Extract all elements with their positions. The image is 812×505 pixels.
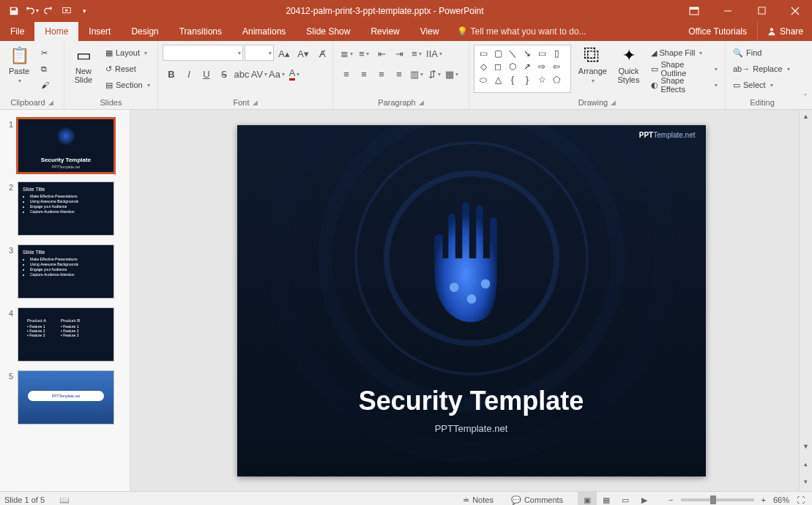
slide-thumbnail[interactable]: Product A• Feature 1• Feature 2• Feature…: [18, 307, 114, 362]
align-left-button[interactable]: ≡: [338, 65, 355, 83]
slide-title-text: Security Template: [237, 386, 706, 416]
font-family-combo[interactable]: ▾: [163, 45, 243, 61]
font-size-combo[interactable]: ▾: [245, 45, 274, 61]
vertical-scrollbar[interactable]: ▲ ▼ ▴ ▾: [799, 110, 812, 491]
justify-button[interactable]: ≡: [390, 65, 408, 83]
slide-watermark: PPTTemplate.net: [639, 131, 696, 139]
text-direction-button[interactable]: IIA▾: [425, 45, 443, 62]
zoom-out-button[interactable]: −: [666, 495, 676, 504]
zoom-in-button[interactable]: +: [759, 495, 769, 504]
increase-indent-button[interactable]: ⇥: [390, 45, 408, 62]
change-case-button[interactable]: Aa▾: [268, 65, 286, 83]
save-button[interactable]: [6, 3, 22, 19]
design-tab[interactable]: Design: [121, 22, 168, 41]
slideshow-tab[interactable]: Slide Show: [296, 22, 360, 41]
italic-button[interactable]: I: [180, 65, 198, 83]
drawing-launcher[interactable]: ◢: [611, 99, 616, 106]
bold-button[interactable]: B: [163, 65, 180, 83]
font-launcher[interactable]: ◢: [253, 99, 258, 106]
qat-customize-button[interactable]: ▾: [76, 3, 92, 19]
title-bar: ▾ ▾ 20412-palm-print-3-ppt-template.pptx…: [0, 0, 812, 21]
share-button[interactable]: Share: [757, 22, 812, 41]
file-tab[interactable]: File: [0, 22, 34, 41]
drawing-group-label: Drawing: [578, 98, 608, 107]
clipboard-group-label: Clipboard: [10, 98, 45, 107]
decrease-font-button[interactable]: A▾: [294, 45, 312, 62]
decrease-indent-button[interactable]: ⇤: [373, 45, 390, 62]
bullets-button[interactable]: ≣▾: [338, 45, 355, 62]
redo-button[interactable]: [41, 3, 57, 19]
section-button[interactable]: ▤ Section▾: [103, 77, 153, 93]
increase-font-button[interactable]: A▴: [275, 45, 293, 62]
reset-button[interactable]: ↺ Reset: [103, 61, 153, 77]
layout-button[interactable]: ▦ Layout▾: [103, 45, 153, 61]
columns-button[interactable]: ▥▾: [408, 65, 425, 83]
normal-view-button[interactable]: ▣: [578, 492, 597, 506]
quick-styles-button[interactable]: ✦Quick Styles: [614, 45, 644, 86]
fit-to-window-button[interactable]: ⛶: [794, 495, 808, 504]
slide-thumbnails-panel[interactable]: 1Security TemplatePPTTemplate.net2Slide …: [0, 110, 130, 491]
underline-button[interactable]: U: [198, 65, 215, 83]
slide-thumbnail[interactable]: Slide TitleMake Effective PresentationsU…: [18, 182, 114, 236]
insert-tab[interactable]: Insert: [78, 22, 121, 41]
shapes-gallery[interactable]: ▭▢＼↘▭▯ ◇◻⬡↗⇨⇦ ⬭△{}☆⬠: [474, 45, 571, 93]
shape-fill-button[interactable]: ◢ Shape Fill▾: [648, 45, 721, 61]
undo-button[interactable]: ▾: [23, 3, 40, 19]
prev-slide-button[interactable]: ▴: [802, 457, 809, 471]
shape-outline-button[interactable]: ▭ Shape Outline▾: [648, 61, 721, 77]
next-slide-button[interactable]: ▾: [802, 475, 809, 488]
scroll-down-button[interactable]: ▼: [802, 440, 809, 453]
shadow-button[interactable]: abc: [233, 65, 250, 83]
slide-thumbnail[interactable]: Slide TitleMake Effective PresentationsU…: [18, 244, 114, 299]
align-text-button[interactable]: ⇵▾: [425, 65, 443, 83]
view-tab[interactable]: View: [410, 22, 450, 41]
replace-button[interactable]: ab→ Replace▾: [730, 61, 793, 77]
font-color-button[interactable]: A▾: [286, 65, 303, 83]
notes-button[interactable]: ≐ Notes: [460, 492, 496, 505]
find-button[interactable]: 🔍 Find: [730, 45, 793, 61]
minimize-button[interactable]: [711, 0, 745, 21]
line-spacing-button[interactable]: ≡▾: [408, 45, 425, 62]
clipboard-launcher[interactable]: ◢: [48, 99, 53, 106]
start-from-beginning-button[interactable]: [59, 3, 75, 19]
scroll-up-button[interactable]: ▲: [800, 110, 812, 123]
current-slide[interactable]: PPTTemplate.net Security Template PPTTem…: [237, 125, 706, 476]
tell-me-search[interactable]: 💡 Tell me what you want to do...: [450, 22, 594, 41]
strikethrough-button[interactable]: S̶: [215, 65, 233, 83]
align-center-button[interactable]: ≡: [355, 65, 373, 83]
copy-button[interactable]: ⧉: [38, 61, 52, 77]
reading-view-button[interactable]: ▭: [616, 492, 635, 506]
animations-tab[interactable]: Animations: [232, 22, 296, 41]
cut-button[interactable]: ✂: [38, 45, 52, 61]
smartart-button[interactable]: ▦▾: [443, 65, 461, 83]
paragraph-launcher[interactable]: ◢: [419, 99, 424, 106]
editing-group: 🔍 Find ab→ Replace▾ ▭ Select▾ Editing: [726, 41, 799, 109]
arrange-button[interactable]: ⿻Arrange▾: [576, 45, 609, 86]
collapse-ribbon-button[interactable]: ˆ: [799, 89, 812, 106]
slideshow-view-button[interactable]: ▶: [635, 492, 654, 506]
char-spacing-button[interactable]: AV▾: [250, 65, 268, 83]
select-button[interactable]: ▭ Select▾: [730, 77, 793, 93]
slide-thumbnail[interactable]: Security TemplatePPTTemplate.net: [18, 119, 114, 173]
slide-thumbnail[interactable]: PPTTemplate.net: [18, 370, 114, 424]
ribbon-display-options-button[interactable]: [677, 0, 711, 21]
slide-subtitle-text: PPTTemplate.net: [237, 423, 706, 434]
sorter-view-button[interactable]: ▦: [597, 492, 616, 506]
new-slide-button[interactable]: ▭New Slide: [69, 45, 98, 86]
close-button[interactable]: [778, 0, 812, 21]
office-tutorials-link[interactable]: Office Tutorials: [678, 22, 757, 41]
home-tab[interactable]: Home: [34, 22, 78, 41]
spellcheck-status[interactable]: 📖: [56, 492, 72, 505]
align-right-button[interactable]: ≡: [373, 65, 390, 83]
comments-button[interactable]: 💬 Comments: [508, 492, 566, 505]
numbering-button[interactable]: ≡▾: [355, 45, 373, 62]
format-painter-button[interactable]: 🖌: [38, 77, 52, 93]
shape-effects-button[interactable]: ◐ Shape Effects▾: [648, 77, 721, 93]
transitions-tab[interactable]: Transitions: [169, 22, 232, 41]
paste-button[interactable]: 📋Paste▾: [4, 45, 34, 86]
review-tab[interactable]: Review: [360, 22, 409, 41]
maximize-button[interactable]: [745, 0, 778, 21]
zoom-slider[interactable]: [681, 498, 754, 501]
svg-point-7: [466, 294, 476, 304]
clear-formatting-button[interactable]: A̸: [313, 45, 331, 62]
